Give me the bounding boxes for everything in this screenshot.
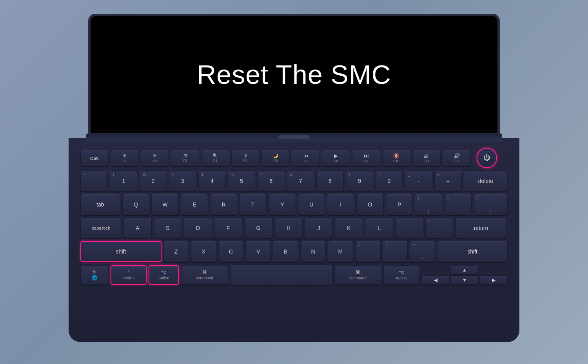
key-e[interactable]: E [181,194,208,215]
key-esc[interactable]: esc [80,150,109,166]
key-m[interactable]: M [328,241,353,262]
f6-label: F6 [274,159,278,163]
key-backtick[interactable]: ~ ` [80,170,108,192]
f6-icon: 🌙 [273,153,278,158]
key-quote[interactable]: " ' [425,217,454,239]
key-shift-right[interactable]: shift [437,241,508,262]
key-f5[interactable]: 🎙 F5 [231,150,260,166]
key-a[interactable]: A [123,217,152,239]
fn-row: esc ☀ F1 ☀ F2 ⊞ F3 🔍 F4 [80,148,508,168]
key-arrow-left[interactable]: ◀ [421,275,450,285]
key-f6[interactable]: 🌙 F6 [261,150,290,166]
3-label: 3 [181,178,184,184]
key-option-left[interactable]: ⌥ option [149,265,179,285]
key-f12[interactable]: 🔊 F12 [443,150,471,166]
key-return[interactable]: return [456,217,506,239]
key-control[interactable]: ^ control [111,265,147,285]
key-u[interactable]: U [298,194,325,215]
key-3[interactable]: # 3 [169,170,196,192]
left-arrow: ◀ [434,277,437,283]
laptop-screen: Reset The SMC [88,14,500,135]
key-4[interactable]: $ 4 [198,170,226,192]
key-v[interactable]: V [245,241,271,262]
key-r[interactable]: R [210,194,238,215]
a-label: A [136,225,139,231]
key-arrow-up[interactable]: ▲ [450,265,479,275]
key-y[interactable]: Y [269,194,296,215]
key-f[interactable]: F [214,217,242,239]
key-f3[interactable]: ⊞ F3 [171,150,199,166]
key-h[interactable]: H [274,217,303,239]
key-d[interactable]: D [184,217,212,239]
key-8[interactable]: * 8 [316,170,344,192]
key-tab[interactable]: tab [80,194,120,215]
key-rbracket[interactable]: } ] [444,194,472,215]
key-j[interactable]: J [305,217,333,239]
key-equals[interactable]: + = [434,170,462,192]
qwerty-row: tab Q W E R T Y U I O P { [ } ] [80,194,508,215]
key-slash[interactable]: ? / [410,241,435,262]
key-power[interactable]: ⏻ [477,148,497,168]
key-f7[interactable]: ⏮ F7 [292,150,320,166]
tab-label: tab [96,201,104,208]
right-arrow: ▶ [492,277,495,283]
key-2[interactable]: @ 2 [139,170,167,192]
key-5[interactable]: % 5 [228,170,255,192]
key-space[interactable] [230,264,332,286]
key-x[interactable]: X [191,241,216,262]
lparen-label: ( [349,173,350,177]
key-f11[interactable]: 🔉 F11 [412,150,441,166]
key-i[interactable]: I [327,194,354,215]
key-p[interactable]: P [386,194,413,215]
key-w[interactable]: W [151,194,179,215]
key-1[interactable]: ! 1 [110,170,137,192]
key-q[interactable]: Q [122,194,150,215]
key-c[interactable]: C [218,241,244,262]
key-f2[interactable]: ☀ F2 [141,150,169,166]
key-arrow-right[interactable]: ▶ [479,275,508,285]
key-arrow-down[interactable]: ▼ [450,275,479,285]
t-label: T [251,201,255,208]
backtick-label: ` [94,186,95,190]
d-label: D [196,225,200,231]
key-fn[interactable]: fn 🌐 [80,265,109,285]
key-z[interactable]: Z [163,241,189,262]
slash-label: / [422,256,423,260]
f9-label: F9 [364,159,368,163]
key-9[interactable]: ( 9 [346,170,373,192]
key-capslock[interactable]: caps lock [80,217,122,239]
key-delete[interactable]: delete [464,170,508,192]
key-comma[interactable]: < , [355,241,381,262]
key-minus[interactable]: _ - [405,170,432,192]
key-t[interactable]: T [239,194,267,215]
key-7[interactable]: & 7 [287,170,314,192]
key-f9[interactable]: ⏭ F9 [352,150,380,166]
key-lbracket[interactable]: { [ [415,194,442,215]
key-command-right[interactable]: ⌘ command [334,265,381,285]
f11-icon: 🔉 [423,153,430,159]
key-o[interactable]: O [356,194,384,215]
key-shift-left[interactable]: shift [80,241,162,262]
key-f1[interactable]: ☀ F1 [111,150,139,166]
dollar-label: $ [201,173,203,177]
question-label: ? [413,243,415,247]
f3-icon: ⊞ [183,153,187,158]
key-s[interactable]: S [154,217,182,239]
key-n[interactable]: N [300,241,326,262]
key-f4[interactable]: 🔍 F4 [201,150,229,166]
option-l-label: option [158,276,169,280]
key-backslash[interactable]: | \ [474,194,508,215]
key-6[interactable]: ^ 6 [257,170,285,192]
key-f10[interactable]: 🔇 F10 [382,150,410,166]
key-l[interactable]: L [365,217,393,239]
key-command-left[interactable]: ⌘ command [181,265,228,285]
key-semicolon[interactable]: : ; [395,217,423,239]
key-period[interactable]: > . [383,241,408,262]
key-0[interactable]: ) 0 [375,170,403,192]
key-f8[interactable]: ▶ F8 [322,150,350,166]
key-option-right[interactable]: ⌥ option [383,265,419,285]
key-g[interactable]: G [244,217,272,239]
key-b[interactable]: B [273,241,298,262]
rbracket-label: ] [457,209,459,213]
key-k[interactable]: K [335,217,363,239]
